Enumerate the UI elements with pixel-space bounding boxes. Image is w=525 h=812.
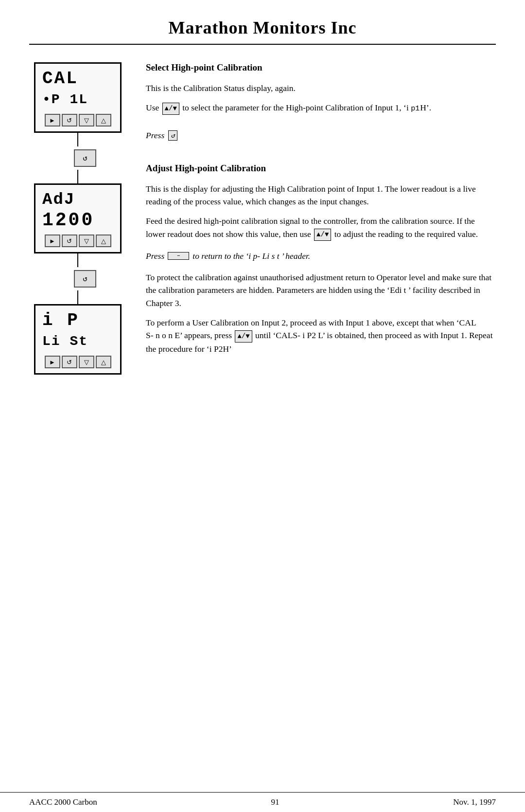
section2-press-line: Press – to return to the ‘i p‑ Li s t ’ … (146, 250, 496, 262)
panel-adj-btn3[interactable]: ▽ (79, 235, 94, 247)
connector-3 (77, 253, 78, 267)
section2-para3: To protect the calibration against unaut… (146, 271, 496, 309)
updown-btn-1[interactable]: ▲/▼ (162, 103, 179, 115)
panel-adj-btn1[interactable]: ► (45, 235, 60, 247)
panel-ip-btn4[interactable]: △ (96, 356, 111, 368)
panel-cal-bottom: •P 1L (42, 89, 113, 110)
panel-cal-btn1[interactable]: ► (45, 114, 60, 126)
updown-btn-3[interactable]: ▲/▼ (235, 330, 252, 343)
panel-ip: i P Li St ► ↺ ▽ △ (34, 304, 122, 375)
panel-adj: AdJ 1200 ► ↺ ▽ △ (34, 183, 122, 253)
footer-right: Nov. 1, 1997 (453, 797, 496, 807)
right-column: Select High-point Calibration This is th… (146, 62, 496, 375)
panel-cal-buttons: ► ↺ ▽ △ (42, 114, 113, 126)
panel-adj-btn4[interactable]: △ (96, 235, 111, 247)
section1-heading: Select High-point Calibration (146, 62, 496, 73)
panel-cal-top: CAL (42, 69, 113, 89)
panel-cal-btn2[interactable]: ↺ (62, 114, 77, 126)
section-select-highpoint: Select High-point Calibration This is th… (146, 62, 496, 143)
panel-cal-btn3[interactable]: ▽ (79, 114, 94, 126)
panel-ip-btn1[interactable]: ► (45, 356, 60, 368)
section-adjust-highpoint: Adjust High-point Calibration This is th… (146, 163, 496, 355)
press-label-1: Press (146, 130, 164, 141)
updown-btn-2[interactable]: ▲/▼ (314, 229, 331, 241)
section1-para2: Use ▲/▼ to select the parameter for the … (146, 101, 496, 115)
press-button-2[interactable]: ↺ (74, 270, 96, 288)
section1-press-line: Press ↺ (146, 130, 496, 141)
panel-ip-btn3[interactable]: ▽ (79, 356, 94, 368)
panel-adj-buttons: ► ↺ ▽ △ (42, 235, 113, 247)
main-content: CAL •P 1L ► ↺ ▽ △ ↺ AdJ 1200 ► ↺ ▽ △ (0, 45, 525, 375)
section2-press-suffix: to return to the ‘i p‑ Li s t ’ header. (192, 250, 310, 262)
section2-para1: This is the display for adjusting the Hi… (146, 182, 496, 208)
page-footer: AACC 2000 Carbon 91 Nov. 1, 1997 (0, 792, 525, 812)
page-header: Marathon Monitors Inc (0, 0, 525, 38)
section2-para4: To perform a User Calibration on Input 2… (146, 316, 496, 355)
section2-heading: Adjust High-point Calibration (146, 163, 496, 174)
left-column: CAL •P 1L ► ↺ ▽ △ ↺ AdJ 1200 ► ↺ ▽ △ (29, 62, 126, 375)
panel-adj-top: AdJ (42, 190, 113, 209)
panel-ip-top: i P (42, 310, 113, 330)
footer-center: 91 (271, 797, 280, 807)
connector-1 (77, 133, 78, 146)
press-btn-inline-1[interactable]: ↺ (168, 130, 177, 141)
panel-ip-bottom: Li St (42, 330, 113, 352)
connector-2 (77, 170, 78, 183)
panel-cal-btn4[interactable]: △ (96, 114, 111, 126)
connector-4 (77, 290, 78, 304)
footer-left: AACC 2000 Carbon (29, 797, 97, 807)
panel-adj-btn2[interactable]: ↺ (62, 235, 77, 247)
panel-cal: CAL •P 1L ► ↺ ▽ △ (34, 62, 122, 133)
panel-ip-buttons: ► ↺ ▽ △ (42, 356, 113, 368)
panel-ip-btn2[interactable]: ↺ (62, 356, 77, 368)
press-btn-inline-2[interactable]: – (168, 252, 189, 260)
press-button-1[interactable]: ↺ (74, 149, 96, 167)
section1-para1: This is the Calibration Status display, … (146, 82, 496, 94)
panel-adj-bottom: 1200 (42, 209, 113, 231)
page-title: Marathon Monitors Inc (29, 18, 496, 38)
section2-para2: Feed the desired high-point calibration … (146, 215, 496, 241)
press-label-2: Press (146, 251, 164, 261)
